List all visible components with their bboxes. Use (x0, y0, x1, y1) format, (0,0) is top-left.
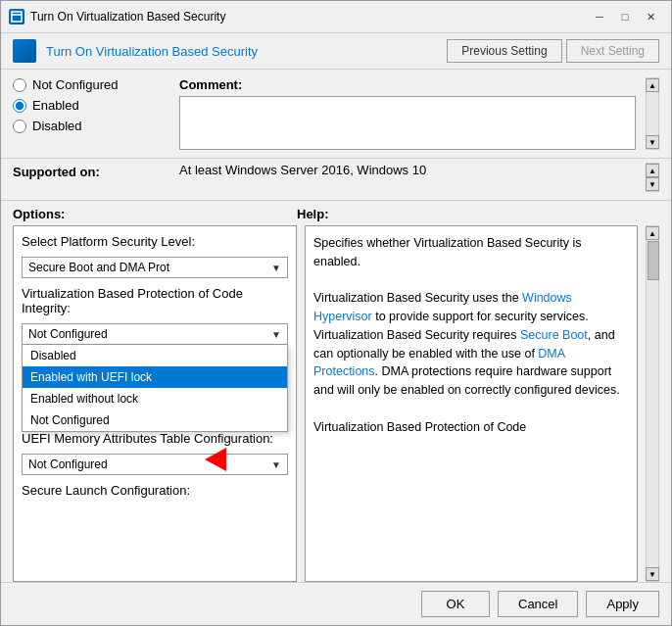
arrow-indicator (205, 448, 226, 471)
enabled-label: Enabled (32, 98, 79, 113)
not-configured-label: Not Configured (32, 77, 118, 92)
uefi-dropdown-container: Not Configured ▼ (22, 454, 288, 475)
vbs-dropdown[interactable]: Not Configured ▼ (22, 323, 288, 345)
comment-scroll-track (647, 92, 658, 135)
not-configured-input[interactable] (13, 78, 26, 92)
secure-launch-label: Secure Launch Configuration: (22, 483, 288, 498)
security-level-dropdown-container: Secure Boot and DMA Prot ▼ (22, 257, 288, 278)
supported-label: Supported on: (13, 163, 169, 179)
footer: OK Cancel Apply (1, 582, 671, 625)
vbs-option-uefi-lock[interactable]: Enabled with UEFI lock (23, 366, 287, 388)
nav-buttons: Previous Setting Next Setting (447, 39, 659, 63)
window-icon (9, 9, 24, 24)
help-scroll-track (647, 240, 658, 567)
options-help-labels: Options: Help: (1, 201, 671, 221)
help-highlight-1: Windows Hypervisor (313, 291, 572, 323)
help-paragraph-2: Virtualization Based Security uses the W… (313, 289, 629, 400)
uefi-label: UEFI Memory Attributes Table Configurati… (22, 431, 288, 446)
bottom-section: Select Platform Security Level: Secure B… (1, 225, 671, 582)
vbs-current-value: Not Configured (28, 327, 108, 341)
policy-icon (13, 39, 36, 63)
help-scroll-down[interactable]: ▼ (646, 567, 659, 581)
help-scroll-up[interactable]: ▲ (646, 226, 659, 240)
comment-section: Comment: (179, 77, 636, 150)
disabled-radio[interactable]: Disabled (13, 119, 169, 133)
not-configured-radio[interactable]: Not Configured (13, 77, 169, 92)
help-panel: Specifies whether Virtualization Based S… (305, 225, 638, 582)
vbs-option-not-configured[interactable]: Not Configured (23, 409, 287, 431)
uefi-current-value: Not Configured (28, 457, 108, 471)
help-scroll-thumb[interactable] (648, 241, 659, 280)
apply-button[interactable]: Apply (586, 591, 659, 617)
security-level-label: Select Platform Security Level: (22, 234, 288, 249)
comment-scroll-down[interactable]: ▼ (646, 135, 659, 149)
vbs-arrow-icon: ▼ (271, 329, 281, 340)
red-arrow-icon (205, 448, 226, 471)
minimize-button[interactable]: ─ (587, 7, 612, 26)
uefi-dropdown[interactable]: Not Configured ▼ (22, 454, 288, 475)
svg-rect-0 (12, 12, 22, 22)
comment-label: Comment: (179, 77, 636, 92)
help-paragraph-3: Virtualization Based Protection of Code (313, 418, 629, 437)
comment-scroll-up[interactable]: ▲ (646, 78, 659, 92)
disabled-label: Disabled (32, 119, 82, 133)
supported-scroll-down[interactable]: ▼ (646, 177, 659, 191)
maximize-button[interactable]: □ (612, 7, 638, 26)
next-setting-button[interactable]: Next Setting (566, 39, 659, 63)
radio-group: Not Configured Enabled Disabled (13, 77, 169, 150)
title-bar: Turn On Virtualization Based Security ─ … (1, 1, 671, 33)
enabled-radio[interactable]: Enabled (13, 98, 169, 113)
supported-value: At least Windows Server 2016, Windows 10 (179, 163, 636, 177)
security-level-value: Secure Boot and DMA Prot (28, 261, 169, 274)
options-label: Options: (13, 207, 297, 221)
disabled-input[interactable] (13, 120, 26, 133)
help-label: Help: (297, 207, 329, 221)
cancel-button[interactable]: Cancel (498, 591, 578, 617)
main-window: Turn On Virtualization Based Security ─ … (0, 0, 672, 626)
help-highlight-2: Secure Boot (520, 328, 588, 342)
vbs-label: Virtualization Based Protection of Code … (22, 286, 288, 315)
previous-setting-button[interactable]: Previous Setting (447, 39, 561, 63)
vbs-dropdown-list: Disabled Enabled with UEFI lock Enabled … (22, 345, 288, 432)
uefi-arrow-icon: ▼ (271, 459, 281, 470)
window-controls: ─ □ ✕ (587, 7, 663, 26)
vbs-option-disabled[interactable]: Disabled (23, 345, 287, 366)
vbs-dropdown-container: Not Configured ▼ Disabled Enabled with U… (22, 323, 288, 345)
vbs-option-without-lock[interactable]: Enabled without lock (23, 388, 287, 409)
security-level-arrow-icon: ▼ (271, 263, 281, 273)
security-level-dropdown[interactable]: Secure Boot and DMA Prot ▼ (22, 257, 288, 278)
supported-scroll-up[interactable]: ▲ (646, 164, 659, 177)
help-highlight-3: DMA Protections (313, 347, 564, 379)
header-title: Turn On Virtualization Based Security (46, 44, 437, 59)
comment-textarea[interactable] (179, 96, 636, 150)
header-bar: Turn On Virtualization Based Security Pr… (1, 33, 671, 70)
window-title: Turn On Virtualization Based Security (30, 10, 581, 24)
options-panel: Select Platform Security Level: Secure B… (13, 225, 297, 582)
supported-section: Supported on: At least Windows Server 20… (1, 159, 671, 201)
help-paragraph-1: Specifies whether Virtualization Based S… (313, 234, 629, 271)
enabled-input[interactable] (13, 99, 26, 113)
top-section: Not Configured Enabled Disabled Comment:… (1, 70, 671, 159)
ok-button[interactable]: OK (421, 591, 490, 617)
close-button[interactable]: ✕ (638, 7, 663, 26)
help-scrollbar: ▲ ▼ (646, 225, 659, 582)
